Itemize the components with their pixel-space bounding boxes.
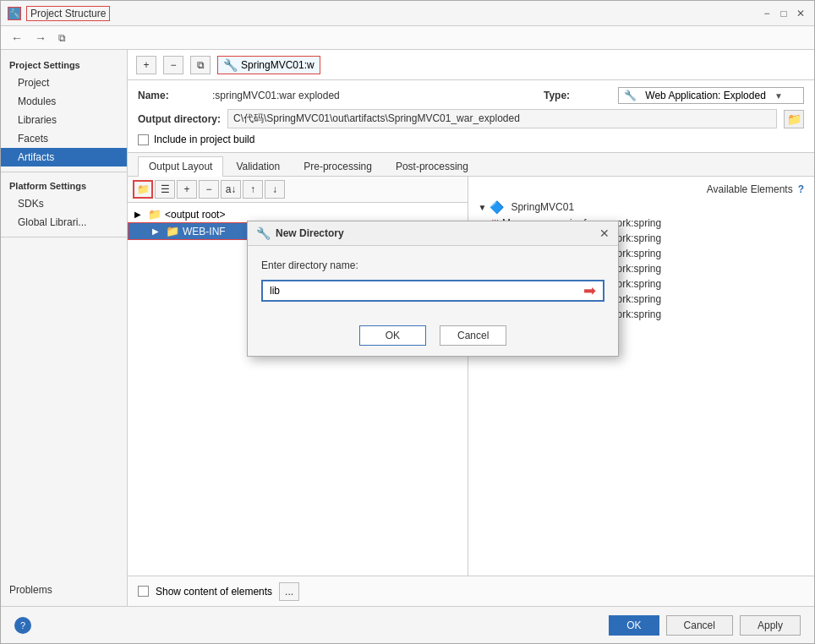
apply-button[interactable]: Apply bbox=[740, 615, 801, 636]
layout-toolbar: 📁 ☰ + − a↓ ↑ ↓ bbox=[128, 177, 468, 203]
sidebar-divider bbox=[1, 172, 127, 172]
modal-close-button[interactable]: ✕ bbox=[599, 226, 610, 240]
help-button[interactable]: ? bbox=[14, 617, 31, 634]
webinf-folder-icon: 📁 bbox=[166, 225, 179, 237]
add-layout-button[interactable]: + bbox=[177, 180, 197, 199]
chevron-down-icon: ▼ bbox=[774, 91, 783, 101]
sidebar-item-sdks[interactable]: SDKs bbox=[1, 194, 127, 213]
show-content-label: Show content of elements bbox=[156, 586, 272, 598]
project-module-icon: 🔷 bbox=[490, 200, 504, 214]
name-label: Name: bbox=[138, 90, 205, 101]
back-button[interactable]: ← bbox=[8, 30, 26, 46]
sidebar-item-facets[interactable]: Facets bbox=[1, 129, 127, 148]
modal-label: Enter directory name: bbox=[261, 259, 604, 271]
tree-item-label: <output root> bbox=[165, 209, 225, 221]
artifact-item[interactable]: 🔧 SpringMVC01:w bbox=[217, 56, 320, 74]
window-title: Project Structure bbox=[26, 6, 110, 21]
add-artifact-button[interactable]: + bbox=[136, 56, 156, 74]
modal-title: New Directory bbox=[276, 227, 344, 239]
webinf-label: WEB-INF bbox=[183, 226, 226, 237]
sidebar-divider-2 bbox=[1, 237, 127, 237]
name-value: :springMVC01:war exploded bbox=[212, 90, 523, 101]
project-module-label: SpringMVC01 bbox=[511, 201, 574, 213]
modal-buttons: OK Cancel bbox=[248, 315, 618, 356]
available-label: Available Elements bbox=[707, 183, 793, 195]
artifact-bar: + − ⧉ 🔧 SpringMVC01:w bbox=[128, 50, 814, 80]
layout-btn-2[interactable]: ☰ bbox=[155, 180, 175, 199]
tree-arrow-webinf-icon: ▶ bbox=[152, 226, 162, 236]
title-bar-left: 🔧 Project Structure bbox=[8, 6, 110, 21]
platform-settings-header: Platform Settings bbox=[1, 177, 127, 194]
include-label: Include in project build bbox=[154, 134, 254, 145]
tab-output-layout[interactable]: Output Layout bbox=[138, 156, 223, 177]
modal-title-left: 🔧 New Directory bbox=[256, 226, 344, 240]
avail-root-item[interactable]: ▼ 🔷 SpringMVC01 bbox=[472, 199, 812, 216]
settings-panel: Name: :springMVC01:war exploded Type: 🔧 … bbox=[128, 80, 814, 153]
include-checkbox[interactable] bbox=[138, 134, 149, 145]
project-settings-header: Project Settings bbox=[1, 57, 127, 74]
output-dir-row: Output directory: C\代码\SpringMVC01\out\a… bbox=[138, 109, 804, 128]
new-directory-dialog: 🔧 New Directory ✕ Enter directory name: … bbox=[247, 221, 619, 357]
modal-title-icon: 🔧 bbox=[256, 226, 271, 240]
remove-artifact-button[interactable]: − bbox=[163, 56, 183, 74]
name-row: Name: :springMVC01:war exploded Type: 🔧 … bbox=[138, 87, 804, 104]
move-up-button[interactable]: ↑ bbox=[243, 180, 263, 199]
close-button[interactable]: ✕ bbox=[794, 7, 807, 20]
footer: ? OK Cancel Apply bbox=[1, 606, 814, 643]
bottom-bar: Show content of elements ... bbox=[128, 576, 814, 606]
minimize-button[interactable]: − bbox=[760, 7, 774, 20]
folder-icon: 📁 bbox=[148, 208, 161, 221]
sidebar-item-project[interactable]: Project bbox=[1, 74, 127, 92]
type-dropdown[interactable]: 🔧 Web Application: Exploded ▼ bbox=[618, 87, 804, 104]
input-wrapper: ➡ bbox=[261, 280, 604, 302]
browse-folder-button[interactable]: 📁 bbox=[784, 110, 804, 128]
ok-button[interactable]: OK bbox=[609, 615, 659, 636]
nav-bar: ← → ⧉ bbox=[1, 26, 814, 50]
tab-validation[interactable]: Validation bbox=[225, 156, 291, 176]
remove-layout-button[interactable]: − bbox=[199, 180, 219, 199]
tab-pre-processing[interactable]: Pre-processing bbox=[293, 156, 383, 176]
type-label: Type: bbox=[544, 90, 611, 101]
modal-title-bar: 🔧 New Directory ✕ bbox=[248, 221, 618, 246]
type-icon: 🔧 bbox=[624, 90, 637, 101]
avail-arrow-icon: ▼ bbox=[479, 203, 487, 212]
available-header: Available Elements ? bbox=[472, 180, 812, 199]
tree-arrow-icon: ▶ bbox=[134, 210, 145, 219]
arrow-indicator: ➡ bbox=[583, 281, 596, 300]
cancel-button[interactable]: Cancel bbox=[666, 615, 733, 636]
type-value: Web Application: Exploded bbox=[645, 90, 766, 101]
move-down-button[interactable]: ↓ bbox=[265, 180, 285, 199]
output-dir-value: C\代码\SpringMVC01\out\artifacts\SpringMVC… bbox=[227, 109, 777, 128]
window-icon: 🔧 bbox=[8, 7, 21, 20]
modal-cancel-button[interactable]: Cancel bbox=[440, 325, 506, 346]
more-options-button[interactable]: ... bbox=[279, 582, 299, 601]
maximize-button[interactable]: □ bbox=[777, 7, 790, 20]
include-row: Include in project build bbox=[138, 134, 804, 145]
copy-button[interactable]: ⧉ bbox=[55, 30, 69, 46]
output-dir-label: Output directory: bbox=[138, 113, 221, 125]
directory-name-input[interactable] bbox=[261, 280, 604, 302]
window-controls: − □ ✕ bbox=[760, 7, 807, 20]
artifact-name: SpringMVC01:w bbox=[241, 59, 315, 71]
copy-artifact-button[interactable]: ⧉ bbox=[190, 56, 211, 74]
sidebar: Project Settings Project Modules Librari… bbox=[1, 50, 128, 606]
artifact-icon: 🔧 bbox=[223, 58, 238, 72]
tabs-bar: Output Layout Validation Pre-processing … bbox=[128, 153, 814, 177]
sidebar-item-modules[interactable]: Modules bbox=[1, 92, 127, 111]
sidebar-item-problems[interactable]: Problems bbox=[1, 581, 127, 599]
tab-post-processing[interactable]: Post-processing bbox=[385, 156, 479, 176]
sort-button[interactable]: a↓ bbox=[221, 180, 241, 199]
modal-body: Enter directory name: ➡ bbox=[248, 246, 618, 315]
sidebar-item-libraries[interactable]: Libraries bbox=[1, 111, 127, 129]
title-bar: 🔧 Project Structure − □ ✕ bbox=[1, 1, 814, 26]
sidebar-item-global-libraries[interactable]: Global Librari... bbox=[1, 213, 127, 232]
new-directory-button[interactable]: 📁 bbox=[133, 180, 153, 199]
sidebar-item-artifacts[interactable]: Artifacts bbox=[1, 148, 127, 166]
footer-buttons: OK Cancel Apply bbox=[609, 615, 801, 636]
forward-button[interactable]: → bbox=[31, 30, 50, 46]
modal-ok-button[interactable]: OK bbox=[359, 325, 426, 346]
help-icon[interactable]: ? bbox=[798, 183, 804, 195]
show-content-checkbox[interactable] bbox=[138, 586, 149, 597]
